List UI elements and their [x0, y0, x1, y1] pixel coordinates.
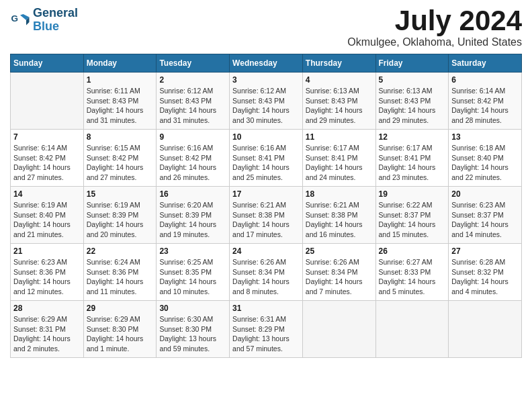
table-row: 19Sunrise: 6:22 AMSunset: 8:37 PMDayligh…	[375, 187, 449, 244]
day-number: 22	[87, 246, 154, 256]
table-row: 14Sunrise: 6:19 AMSunset: 8:40 PMDayligh…	[11, 187, 84, 244]
table-row: 18Sunrise: 6:21 AMSunset: 8:38 PMDayligh…	[302, 187, 375, 244]
logo-line1: General	[33, 7, 78, 20]
day-info: Sunrise: 6:11 AMSunset: 8:43 PMDaylight:…	[87, 86, 154, 126]
header-friday: Friday	[375, 54, 449, 73]
day-info: Sunrise: 6:21 AMSunset: 8:38 PMDaylight:…	[232, 200, 300, 240]
table-row: 23Sunrise: 6:25 AMSunset: 8:35 PMDayligh…	[157, 244, 230, 301]
calendar-week-row: 1Sunrise: 6:11 AMSunset: 8:43 PMDaylight…	[11, 73, 522, 130]
days-header-row: Sunday Monday Tuesday Wednesday Thursday…	[11, 54, 522, 73]
day-number: 14	[13, 189, 81, 199]
table-row	[11, 73, 84, 130]
calendar-week-row: 28Sunrise: 6:29 AMSunset: 8:31 PMDayligh…	[11, 301, 522, 358]
logo: G General Blue	[10, 7, 78, 34]
table-row: 9Sunrise: 6:16 AMSunset: 8:42 PMDaylight…	[157, 130, 230, 187]
day-info: Sunrise: 6:14 AMSunset: 8:42 PMDaylight:…	[451, 86, 519, 126]
day-info: Sunrise: 6:13 AMSunset: 8:43 PMDaylight:…	[379, 86, 446, 126]
day-info: Sunrise: 6:29 AMSunset: 8:30 PMDaylight:…	[87, 314, 154, 354]
header-wednesday: Wednesday	[230, 54, 303, 73]
day-number: 5	[379, 75, 446, 85]
day-number: 21	[13, 246, 81, 256]
day-info: Sunrise: 6:12 AMSunset: 8:43 PMDaylight:…	[159, 86, 226, 126]
table-row: 3Sunrise: 6:12 AMSunset: 8:43 PMDaylight…	[230, 73, 303, 130]
table-row: 16Sunrise: 6:20 AMSunset: 8:39 PMDayligh…	[157, 187, 230, 244]
title-area: July 2024 Okmulgee, Oklahoma, United Sta…	[347, 7, 522, 48]
day-info: Sunrise: 6:12 AMSunset: 8:43 PMDaylight:…	[232, 86, 300, 126]
day-number: 1	[87, 75, 154, 85]
table-row: 20Sunrise: 6:23 AMSunset: 8:37 PMDayligh…	[449, 187, 522, 244]
day-info: Sunrise: 6:21 AMSunset: 8:38 PMDaylight:…	[306, 200, 373, 240]
page-header: G General Blue July 2024 Okmulgee, Oklah…	[10, 7, 522, 48]
table-row: 31Sunrise: 6:31 AMSunset: 8:29 PMDayligh…	[230, 301, 303, 358]
month-title: July 2024	[347, 7, 522, 35]
calendar-week-row: 21Sunrise: 6:23 AMSunset: 8:36 PMDayligh…	[11, 244, 522, 301]
table-row: 13Sunrise: 6:18 AMSunset: 8:40 PMDayligh…	[449, 130, 522, 187]
day-number: 8	[87, 132, 154, 142]
day-info: Sunrise: 6:23 AMSunset: 8:37 PMDaylight:…	[451, 200, 519, 240]
day-number: 6	[451, 75, 519, 85]
day-info: Sunrise: 6:13 AMSunset: 8:43 PMDaylight:…	[306, 86, 373, 126]
day-number: 15	[87, 189, 154, 199]
day-info: Sunrise: 6:19 AMSunset: 8:40 PMDaylight:…	[13, 200, 81, 240]
table-row: 4Sunrise: 6:13 AMSunset: 8:43 PMDaylight…	[302, 73, 375, 130]
day-number: 27	[451, 246, 519, 256]
table-row: 17Sunrise: 6:21 AMSunset: 8:38 PMDayligh…	[230, 187, 303, 244]
day-number: 4	[306, 75, 373, 85]
header-monday: Monday	[83, 54, 157, 73]
table-row: 2Sunrise: 6:12 AMSunset: 8:43 PMDaylight…	[157, 73, 230, 130]
day-info: Sunrise: 6:31 AMSunset: 8:29 PMDaylight:…	[232, 314, 300, 354]
day-info: Sunrise: 6:25 AMSunset: 8:35 PMDaylight:…	[159, 257, 226, 297]
day-info: Sunrise: 6:26 AMSunset: 8:34 PMDaylight:…	[232, 257, 300, 297]
table-row: 26Sunrise: 6:27 AMSunset: 8:33 PMDayligh…	[375, 244, 449, 301]
day-info: Sunrise: 6:20 AMSunset: 8:39 PMDaylight:…	[159, 200, 226, 240]
day-number: 11	[306, 132, 373, 142]
day-number: 17	[232, 189, 300, 199]
table-row: 27Sunrise: 6:28 AMSunset: 8:32 PMDayligh…	[449, 244, 522, 301]
table-row: 7Sunrise: 6:14 AMSunset: 8:42 PMDaylight…	[11, 130, 84, 187]
day-number: 7	[13, 132, 81, 142]
table-row: 10Sunrise: 6:16 AMSunset: 8:41 PMDayligh…	[230, 130, 303, 187]
day-number: 13	[451, 132, 519, 142]
day-number: 10	[232, 132, 300, 142]
day-number: 28	[13, 304, 81, 313]
day-number: 12	[379, 132, 446, 142]
day-info: Sunrise: 6:28 AMSunset: 8:32 PMDaylight:…	[451, 257, 519, 297]
day-number: 2	[159, 75, 226, 85]
day-number: 3	[232, 75, 300, 85]
day-number: 16	[159, 189, 226, 199]
table-row: 12Sunrise: 6:17 AMSunset: 8:41 PMDayligh…	[375, 130, 449, 187]
table-row: 29Sunrise: 6:29 AMSunset: 8:30 PMDayligh…	[83, 301, 157, 358]
day-info: Sunrise: 6:27 AMSunset: 8:33 PMDaylight:…	[379, 257, 446, 297]
day-info: Sunrise: 6:17 AMSunset: 8:41 PMDaylight:…	[306, 143, 373, 183]
day-info: Sunrise: 6:17 AMSunset: 8:41 PMDaylight:…	[379, 143, 446, 183]
table-row: 21Sunrise: 6:23 AMSunset: 8:36 PMDayligh…	[11, 244, 84, 301]
table-row: 22Sunrise: 6:24 AMSunset: 8:36 PMDayligh…	[83, 244, 157, 301]
calendar-table: Sunday Monday Tuesday Wednesday Thursday…	[10, 54, 522, 358]
logo-line2: Blue	[33, 20, 78, 34]
table-row: 28Sunrise: 6:29 AMSunset: 8:31 PMDayligh…	[11, 301, 84, 358]
table-row: 15Sunrise: 6:19 AMSunset: 8:39 PMDayligh…	[83, 187, 157, 244]
day-info: Sunrise: 6:24 AMSunset: 8:36 PMDaylight:…	[87, 257, 154, 297]
table-row: 30Sunrise: 6:30 AMSunset: 8:30 PMDayligh…	[157, 301, 230, 358]
table-row: 6Sunrise: 6:14 AMSunset: 8:42 PMDaylight…	[449, 73, 522, 130]
day-info: Sunrise: 6:18 AMSunset: 8:40 PMDaylight:…	[451, 143, 519, 183]
day-info: Sunrise: 6:23 AMSunset: 8:36 PMDaylight:…	[13, 257, 81, 297]
day-info: Sunrise: 6:22 AMSunset: 8:37 PMDaylight:…	[379, 200, 446, 240]
table-row: 1Sunrise: 6:11 AMSunset: 8:43 PMDaylight…	[83, 73, 157, 130]
day-number: 30	[159, 304, 226, 313]
table-row	[302, 301, 375, 358]
day-number: 25	[306, 246, 373, 256]
table-row	[449, 301, 522, 358]
calendar-week-row: 7Sunrise: 6:14 AMSunset: 8:42 PMDaylight…	[11, 130, 522, 187]
header-saturday: Saturday	[449, 54, 522, 73]
day-info: Sunrise: 6:15 AMSunset: 8:42 PMDaylight:…	[87, 143, 154, 183]
day-number: 18	[306, 189, 373, 199]
location-title: Okmulgee, Oklahoma, United States	[347, 36, 522, 48]
day-number: 29	[87, 304, 154, 313]
logo-icon: G	[10, 10, 30, 30]
day-number: 26	[379, 246, 446, 256]
table-row: 24Sunrise: 6:26 AMSunset: 8:34 PMDayligh…	[230, 244, 303, 301]
header-sunday: Sunday	[11, 54, 84, 73]
day-number: 31	[232, 304, 300, 313]
day-info: Sunrise: 6:29 AMSunset: 8:31 PMDaylight:…	[13, 314, 81, 354]
